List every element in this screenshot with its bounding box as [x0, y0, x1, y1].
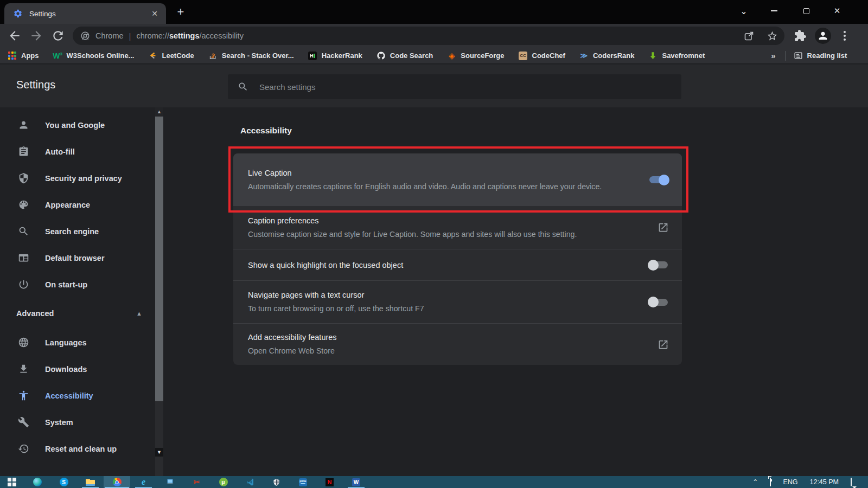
sidebar-item-you-and-google[interactable]: You and Google	[0, 112, 155, 138]
taskbar-defender-shield-icon[interactable]	[263, 476, 290, 488]
bookmark-code-search[interactable]: Code Search	[376, 51, 433, 60]
tab-close-icon[interactable]: ✕	[149, 8, 161, 20]
browser-window-icon	[18, 252, 29, 264]
bookmark-star-icon[interactable]	[767, 30, 778, 42]
profile-avatar[interactable]	[815, 28, 831, 44]
sidebar-item-security-and-privacy[interactable]: Security and privacy	[0, 165, 155, 191]
w3schools-icon: W3	[53, 51, 62, 60]
sidebar-item-reset-and-clean-up[interactable]: Reset and clean up	[0, 435, 155, 462]
new-tab-button[interactable]: +	[173, 4, 189, 21]
bookmark-savefromnet[interactable]: Savefromnet	[648, 51, 705, 60]
battery-icon[interactable]	[770, 478, 771, 486]
bookmark-search-stack-over[interactable]: Search - Stack Over...	[208, 51, 294, 60]
browser-menu-kebab-icon[interactable]	[838, 29, 851, 42]
bookmark-codechef[interactable]: CCCodeChef	[519, 51, 565, 60]
scrollbar-thumb[interactable]	[155, 117, 163, 401]
sidebar-item-search-engine[interactable]: Search engine	[0, 218, 155, 245]
tray-chevron-icon[interactable]: ⌃	[752, 478, 758, 486]
sidebar-item-languages[interactable]: Languages	[0, 329, 155, 356]
taskbar-file-explorer-icon[interactable]	[77, 476, 104, 488]
sidebar-item-on-start-up[interactable]: On start-up	[0, 271, 155, 298]
reload-icon[interactable]	[51, 29, 65, 43]
taskbar-skype-icon[interactable]: S	[50, 476, 77, 488]
toggle-thumb	[648, 297, 659, 307]
language-indicator[interactable]: ENG	[783, 478, 797, 486]
sidebar-item-auto-fill[interactable]: Auto-fill	[0, 138, 155, 165]
sidebar-item-default-browser[interactable]: Default browser	[0, 245, 155, 271]
address-bar[interactable]: Chrome | chrome://settings/accessibility	[73, 27, 784, 45]
toggle-off[interactable]	[648, 297, 669, 307]
scroll-down-arrow-icon[interactable]: ▼	[155, 448, 163, 457]
forward-icon[interactable]	[29, 29, 43, 43]
sourceforge-icon: ◈	[447, 51, 456, 60]
setting-row-navigate-pages-with-a-text-cursor[interactable]: Navigate pages with a text cursorTo turn…	[233, 280, 682, 323]
bookmarks-overflow-chevron[interactable]: »	[771, 51, 775, 60]
window-minimize-button[interactable]	[761, 0, 788, 22]
scrollbar[interactable]: ▲ ▼	[155, 107, 163, 476]
sidebar-item-label: Languages	[45, 338, 87, 347]
search-input[interactable]	[259, 82, 639, 92]
sidebar-item-label: Accessibility	[45, 391, 93, 400]
taskbar-vscode-icon[interactable]	[237, 476, 263, 488]
page-title: Settings	[16, 79, 55, 91]
external-link-icon[interactable]	[658, 222, 669, 233]
toggle-off[interactable]	[648, 260, 669, 271]
bookmark-leetcode[interactable]: LeetCode	[148, 51, 194, 60]
url-separator: |	[129, 31, 131, 41]
toggle-thumb	[659, 175, 669, 185]
reading-list-label: Reading list	[807, 52, 847, 60]
setting-row-show-a-quick-highlight-on-the-focused-object[interactable]: Show a quick highlight on the focused ob…	[233, 249, 682, 280]
scroll-up-arrow-icon[interactable]: ▲	[155, 107, 163, 116]
row-text: Live CaptionAutomatically creates captio…	[248, 159, 637, 201]
taskbar-prime-video-icon[interactable]: prime	[290, 476, 316, 488]
tab-settings[interactable]: Settings ✕	[4, 3, 166, 24]
sidebar-item-accessibility[interactable]: Accessibility	[0, 382, 155, 409]
taskbar-laptop-icon[interactable]	[157, 476, 183, 488]
window-close-button[interactable]: ✕	[824, 0, 851, 22]
row-text: Add accessibility featuresOpen Chrome We…	[248, 324, 647, 365]
reading-list-button[interactable]: Reading list	[794, 51, 847, 60]
taskbar-internet-explorer-icon[interactable]: e	[130, 476, 157, 488]
sidebar-item-label: You and Google	[45, 121, 105, 130]
taskbar-netflix-icon[interactable]: N	[316, 476, 343, 488]
bookmark-codersrank[interactable]: ≫CodersRank	[579, 51, 635, 60]
notification-center-icon[interactable]	[851, 478, 852, 486]
toggle-on[interactable]	[648, 175, 669, 185]
setting-row-add-accessibility-features[interactable]: Add accessibility featuresOpen Chrome We…	[233, 323, 682, 365]
sidebar-advanced-toggle[interactable]: Advanced▲	[0, 298, 155, 329]
reading-list-icon	[794, 51, 803, 60]
windows-taskbar: Se✂µprimeNW ⌃ ENG 12:45 PM	[0, 476, 868, 488]
system-tray: ⌃ ENG 12:45 PM	[741, 478, 868, 486]
sidebar-item-downloads[interactable]: Downloads	[0, 356, 155, 382]
setting-row-live-caption[interactable]: Live CaptionAutomatically creates captio…	[233, 153, 682, 206]
bookmarks-divider	[786, 51, 786, 61]
window-chevron-icon[interactable]: ⌄	[730, 0, 757, 22]
taskbar-chrome-icon[interactable]	[104, 476, 130, 488]
bookmark-label: HackerRank	[322, 52, 362, 60]
external-link-icon[interactable]	[658, 339, 669, 350]
laptop-glyph	[165, 478, 175, 487]
row-title: Navigate pages with a text cursor	[248, 289, 637, 301]
taskbar-word-icon[interactable]: W	[343, 476, 369, 488]
bookmark-hackerrank[interactable]: HHackerRank	[308, 51, 362, 60]
share-icon[interactable]	[743, 30, 755, 42]
taskbar-edge-icon[interactable]	[24, 476, 50, 488]
taskbar-scissors-app-icon[interactable]: ✂	[183, 476, 210, 488]
taskbar-utorrent-icon[interactable]: µ	[210, 476, 237, 488]
bookmark-w3schools-online[interactable]: W3W3Schools Online...	[53, 51, 135, 60]
back-icon[interactable]	[8, 29, 22, 43]
extensions-puzzle-icon[interactable]	[794, 29, 807, 42]
clock[interactable]: 12:45 PM	[809, 478, 839, 486]
sidebar-item-appearance[interactable]: Appearance	[0, 191, 155, 218]
scissors-app-glyph: ✂	[192, 478, 201, 487]
settings-search-box[interactable]	[228, 74, 681, 99]
row-subtitle: Customise caption size and style for Liv…	[248, 228, 625, 241]
setting-row-caption-preferences[interactable]: Caption preferencesCustomise caption siz…	[233, 206, 682, 249]
stackoverflow-icon	[208, 51, 218, 60]
start-button[interactable]	[0, 476, 24, 488]
bookmark-sourceforge[interactable]: ◈SourceForge	[447, 51, 504, 60]
bookmark-apps[interactable]: Apps	[8, 51, 39, 60]
window-restore-button[interactable]	[793, 0, 820, 22]
sidebar-item-system[interactable]: System	[0, 409, 155, 435]
row-subtitle: Automatically creates captions for Engli…	[248, 180, 625, 193]
